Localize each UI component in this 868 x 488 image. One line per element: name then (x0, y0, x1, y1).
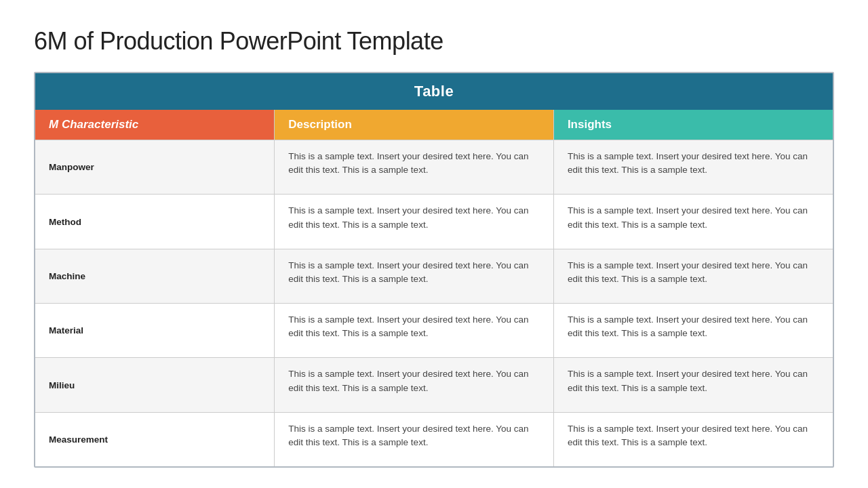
cell-characteristic: Milieu (35, 358, 275, 412)
table-row: MeasurementThis is a sample text. Insert… (35, 412, 833, 466)
table-wrapper: Table M Characteristic Description Insig… (34, 72, 834, 468)
page-title: 6M of Production PowerPoint Template (34, 27, 834, 56)
cell-description: This is a sample text. Insert your desir… (275, 358, 554, 412)
table-title-row: Table (35, 73, 833, 110)
cell-description: This is a sample text. Insert your desir… (275, 195, 554, 249)
cell-insights: This is a sample text. Insert your desir… (553, 195, 833, 249)
header-characteristic: M Characteristic (35, 110, 275, 140)
cell-characteristic: Manpower (35, 140, 275, 195)
cell-characteristic: Measurement (35, 412, 275, 466)
table-row: ManpowerThis is a sample text. Insert yo… (35, 140, 833, 195)
cell-insights: This is a sample text. Insert your desir… (553, 358, 833, 412)
table-body: ManpowerThis is a sample text. Insert yo… (35, 140, 833, 467)
table-title-cell: Table (35, 73, 833, 110)
cell-description: This is a sample text. Insert your desir… (275, 412, 554, 466)
table-row: MilieuThis is a sample text. Insert your… (35, 358, 833, 412)
table-row: MaterialThis is a sample text. Insert yo… (35, 304, 833, 358)
cell-insights: This is a sample text. Insert your desir… (553, 249, 833, 303)
table-row: MethodThis is a sample text. Insert your… (35, 195, 833, 249)
cell-characteristic: Method (35, 195, 275, 249)
main-table: Table M Characteristic Description Insig… (35, 73, 833, 466)
page-container: 6M of Production PowerPoint Template Tab… (0, 0, 868, 488)
cell-characteristic: Material (35, 304, 275, 358)
header-row: M Characteristic Description Insights (35, 110, 833, 140)
cell-description: This is a sample text. Insert your desir… (275, 304, 554, 358)
header-insights: Insights (553, 110, 833, 140)
cell-characteristic: Machine (35, 249, 275, 303)
cell-insights: This is a sample text. Insert your desir… (553, 304, 833, 358)
header-description: Description (275, 110, 554, 140)
cell-description: This is a sample text. Insert your desir… (275, 249, 554, 303)
cell-description: This is a sample text. Insert your desir… (275, 140, 554, 195)
cell-insights: This is a sample text. Insert your desir… (553, 140, 833, 195)
cell-insights: This is a sample text. Insert your desir… (553, 412, 833, 466)
table-row: MachineThis is a sample text. Insert you… (35, 249, 833, 303)
